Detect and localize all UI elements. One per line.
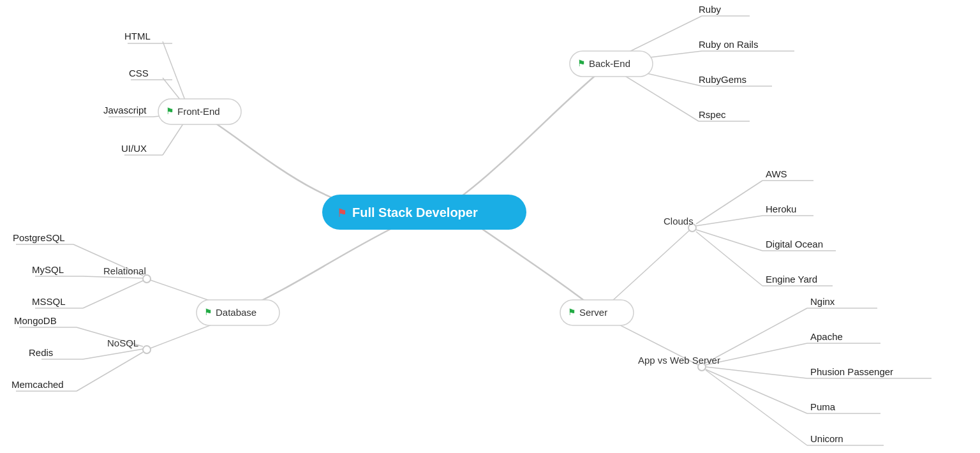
svg-text:⚑: ⚑ [568, 307, 576, 317]
central-label: Full Stack Developer [352, 205, 478, 219]
database-label: Database [216, 307, 256, 318]
frontend-label: Front-End [177, 106, 220, 117]
svg-point-28 [143, 346, 151, 353]
svg-line-52 [706, 367, 807, 378]
svg-text:⚑: ⚑ [577, 58, 586, 68]
mind-map: ⚑ Full Stack Developer ⚑ Front-End ⚑ Bac… [0, 0, 980, 453]
puma-label: Puma [810, 401, 836, 412]
rubygems-label: RubyGems [699, 74, 746, 85]
aws-label: AWS [766, 168, 787, 179]
nginx-label: Nginx [810, 296, 835, 307]
svg-line-54 [706, 369, 807, 413]
phusion-passenger-label: Phusion Passenger [810, 366, 893, 377]
svg-line-50 [706, 343, 807, 365]
svg-line-48 [706, 308, 807, 363]
apache-label: Apache [810, 331, 843, 342]
mongodb-label: MongoDB [14, 315, 57, 326]
svg-text:⚑: ⚑ [204, 307, 212, 317]
svg-text:⚑: ⚑ [166, 106, 174, 116]
backend-label: Back-End [589, 58, 630, 69]
html-label: HTML [124, 31, 151, 41]
svg-line-33 [77, 352, 143, 391]
server-label: Server [579, 307, 607, 318]
digital-ocean-label: Digital Ocean [766, 239, 823, 249]
javascript-label: Javascript [103, 105, 147, 115]
svg-line-36 [604, 228, 692, 308]
redis-label: Redis [29, 347, 53, 358]
relational-label: Relational [103, 265, 146, 276]
rspec-label: Rspec [699, 109, 726, 120]
memcached-label: Memcached [11, 379, 64, 390]
ruby-label: Ruby [699, 4, 722, 15]
postgresql-label: PostgreSQL [13, 232, 65, 243]
engine-yard-label: Engine Yard [766, 274, 817, 285]
svg-line-56 [706, 370, 807, 445]
app-web-server-label: App vs Web Server [638, 355, 720, 366]
mysql-label: MySQL [32, 264, 64, 275]
heroku-label: Heroku [766, 204, 796, 214]
css-label: CSS [129, 68, 149, 78]
uiux-label: UI/UX [121, 143, 147, 154]
nosql-label: NoSQL [107, 338, 138, 348]
svg-text:⚑: ⚑ [337, 207, 347, 219]
mssql-label: MSSQL [32, 296, 66, 307]
clouds-label: Clouds [664, 216, 694, 226]
unicorn-label: Unicorn [810, 433, 843, 444]
svg-line-23 [83, 276, 143, 278]
ruby-on-rails-label: Ruby on Rails [699, 39, 758, 50]
svg-line-25 [83, 281, 143, 308]
